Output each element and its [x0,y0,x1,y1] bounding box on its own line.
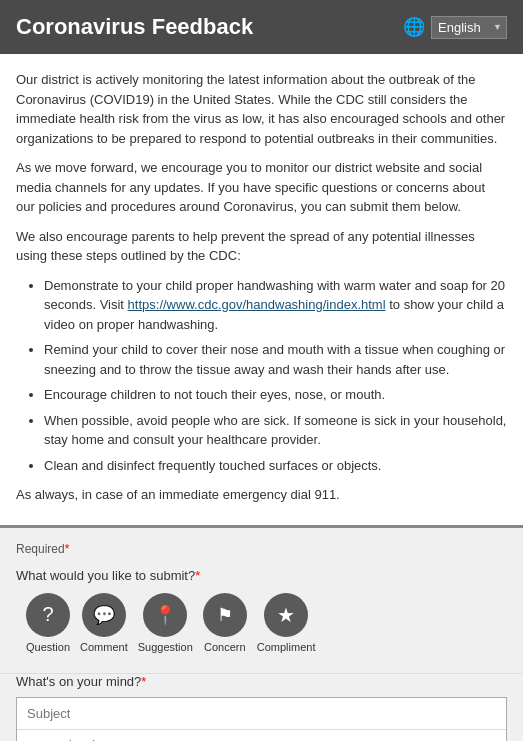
page-title: Coronavirus Feedback [16,14,253,40]
description-textarea[interactable] [17,730,506,742]
submission-type-question-btn[interactable]: ? Question [26,593,70,653]
required-asterisk-3: * [141,674,146,689]
required-asterisk-2: * [195,568,200,583]
header: Coronavirus Feedback 🌐 English Spanish F… [0,0,523,54]
suggestion-label: Suggestion [138,641,193,653]
form-area: Required* What would you like to submit?… [0,528,523,674]
language-selector: 🌐 English Spanish French Chinese [403,16,507,39]
mind-section: What's on your mind?* 📎Add Attachment [0,674,523,742]
text-area-container: 📎Add Attachment [16,697,507,742]
submission-type-question: What would you like to submit?* ? Questi… [16,568,507,653]
required-indicator: Required* [16,542,507,556]
concern-icon: ⚑ [203,593,247,637]
list-item-2: Remind your child to cover their nose an… [44,340,507,379]
question-icon: ? [26,593,70,637]
concern-label: Concern [204,641,246,653]
submission-type-label: What would you like to submit?* [16,568,507,583]
info-content: Our district is actively monitoring the … [0,54,523,528]
paragraph-2: As we move forward, we encourage you to … [16,158,507,217]
question-label: Question [26,641,70,653]
submission-type-suggestion-btn[interactable]: 📍 Suggestion [138,593,193,653]
subject-input[interactable] [17,698,506,730]
list-item-5: Clean and disinfect frequently touched s… [44,456,507,476]
required-asterisk: * [65,542,70,556]
list-item-3: Encourage children to not touch their ey… [44,385,507,405]
submission-types-container: ? Question 💬 Comment 📍 Suggestion ⚑ Conc… [26,593,507,653]
cdc-link[interactable]: https://www.cdc.gov/handwashing/index.ht… [128,297,386,312]
submission-type-comment-btn[interactable]: 💬 Comment [80,593,128,653]
language-icon: 🌐 [403,16,425,38]
comment-icon: 💬 [82,593,126,637]
language-select-wrapper: English Spanish French Chinese [431,16,507,39]
cdc-steps-list: Demonstrate to your child proper handwas… [44,276,507,476]
compliment-label: Compliment [257,641,316,653]
paragraph-3: We also encourage parents to help preven… [16,227,507,266]
language-dropdown[interactable]: English Spanish French Chinese [431,16,507,39]
suggestion-icon: 📍 [143,593,187,637]
list-item-1: Demonstrate to your child proper handwas… [44,276,507,335]
submission-type-compliment-btn[interactable]: ★ Compliment [257,593,316,653]
paragraph-1: Our district is actively monitoring the … [16,70,507,148]
whats-on-mind-label: What's on your mind?* [16,674,507,689]
paragraph-4: As always, in case of an immediate emerg… [16,485,507,505]
list-item-4: When possible, avoid people who are sick… [44,411,507,450]
compliment-icon: ★ [264,593,308,637]
comment-label: Comment [80,641,128,653]
submission-type-concern-btn[interactable]: ⚑ Concern [203,593,247,653]
